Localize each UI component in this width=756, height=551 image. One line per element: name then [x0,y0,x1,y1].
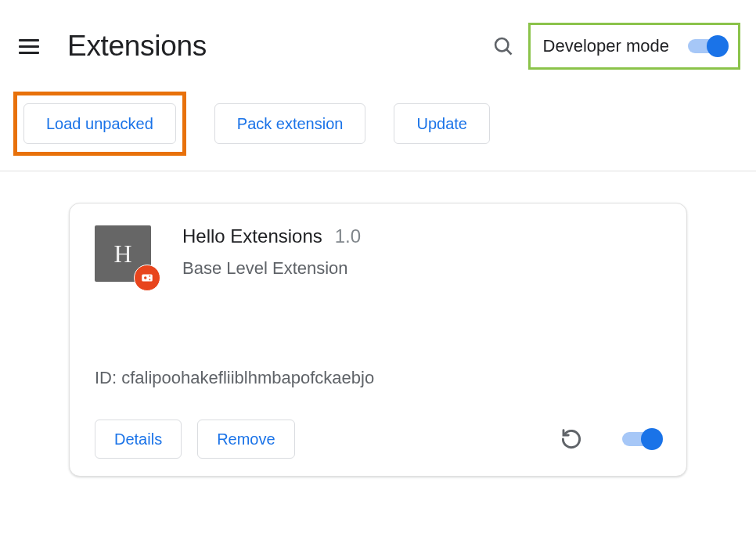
developer-mode-highlight: Developer mode [528,23,740,70]
extension-icon-wrap: H [95,225,151,282]
remove-button[interactable]: Remove [197,420,294,459]
load-unpacked-highlight: Load unpacked [13,92,186,156]
unpacked-badge-icon [134,265,160,291]
svg-rect-2 [142,275,153,282]
extension-card: H Hello Extensions 1.0 Base Level Extens… [69,203,687,477]
reload-icon[interactable] [560,427,583,451]
update-button[interactable]: Update [394,103,490,144]
svg-point-5 [149,279,150,280]
page-title: Extensions [67,30,207,63]
menu-icon[interactable] [19,35,41,57]
details-button[interactable]: Details [95,420,182,459]
svg-point-4 [149,276,150,277]
developer-mode-toggle[interactable] [688,38,727,55]
developer-mode-label: Developer mode [543,36,669,56]
extension-name: Hello Extensions [182,225,322,247]
divider [0,171,756,171]
svg-point-3 [144,276,146,279]
header: Extensions Developer mode [0,0,756,70]
search-icon[interactable] [492,35,514,57]
pack-extension-button[interactable]: Pack extension [214,103,366,144]
svg-line-1 [506,49,511,54]
extension-version: 1.0 [335,225,361,247]
extension-description: Base Level Extension [182,258,661,279]
extension-id: ID: cfalipoohakefliiblhmbapofckaebjo [95,368,661,388]
svg-point-0 [495,38,508,51]
toolbar: Load unpacked Pack extension Update [0,88,756,167]
load-unpacked-button[interactable]: Load unpacked [23,103,176,144]
extension-enable-toggle[interactable] [622,430,661,448]
